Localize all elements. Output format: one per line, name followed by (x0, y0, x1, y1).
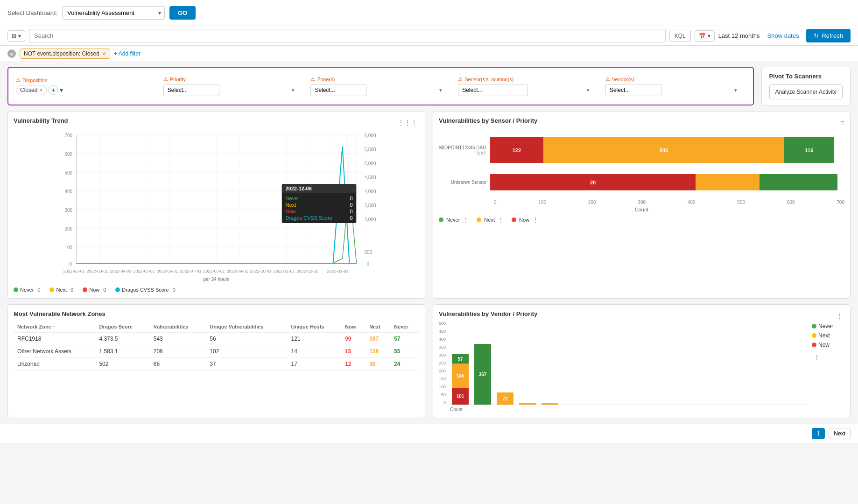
sensors-filter-group: Sensor(s)/Location(s) Select... (458, 76, 598, 96)
sensor-x-500: 500 (737, 200, 745, 205)
sp-next-label: Next (484, 217, 495, 223)
charts-row: Vulnerability Trend ⋮⋮⋮ 700 600 500 400 … (0, 111, 858, 299)
sp-now-label: Now (519, 217, 529, 223)
filter-icon-button[interactable]: ⊘ (7, 49, 16, 58)
col-vuln: Vulnerabilities (150, 321, 206, 333)
cell-never-1: 57 (390, 333, 419, 345)
vl-now-label: Now (818, 342, 830, 348)
sp-next-more[interactable]: ⋮ (498, 216, 504, 224)
calendar-icon: 📅 (699, 33, 706, 39)
go-button[interactable]: GO (169, 6, 196, 20)
refresh-button[interactable]: ↻ Refresh (806, 29, 851, 42)
sp-legend-never: Never ⋮ (439, 216, 469, 224)
sp-now-dot (512, 217, 516, 222)
vulnerability-trend-panel: Vulnerability Trend ⋮⋮⋮ 700 600 500 400 … (7, 111, 425, 299)
cell-next-1: 387 (366, 333, 390, 345)
priority-select[interactable]: Select... (163, 84, 219, 96)
sensor-2-label: Unknown Sensor (439, 180, 490, 185)
y-250: 250 (439, 361, 446, 365)
vendors-filter-group: Vendor(s) Select... (605, 76, 745, 96)
zones-select-container: Select... (310, 84, 445, 96)
sp-never-label: Never (446, 217, 460, 223)
vendors-select-container: Select... (605, 84, 740, 96)
pivot-panel: Pivot To Scanners Analyze Scanner Activi… (761, 67, 851, 105)
disposition-tag: Closed × (16, 85, 47, 95)
disposition-add-button[interactable]: + (49, 85, 58, 95)
vuln-trend-more-button[interactable]: ⋮⋮⋮ (396, 118, 419, 127)
network-zones-table: Network Zone ↑ Dragos Score Vulnerabilit… (14, 321, 419, 371)
svg-text:500: 500 (65, 170, 73, 175)
svg-text:300: 300 (65, 208, 73, 213)
chevron-down-icon: ▾ (18, 33, 21, 39)
sp-never-more[interactable]: ⋮ (463, 216, 469, 224)
y-100: 100 (439, 385, 446, 389)
disposition-clear-button[interactable]: × (39, 87, 42, 93)
sensor-priority-title: Vulnerabilities by Sensor / Priority (439, 117, 537, 124)
search-input[interactable] (29, 29, 666, 42)
sensors-select[interactable]: Select... (458, 84, 528, 96)
now-label: Now (89, 287, 99, 293)
vendor-bar-2: 367 (474, 344, 491, 405)
dashboard-select[interactable]: Vulnerability Assessment (62, 6, 165, 20)
search-filter-button[interactable]: ⊞ ▾ (7, 30, 25, 42)
vendor-chart-inner: 500 450 400 350 300 250 200 150 100 50 0 (439, 321, 808, 405)
search-bar: ⊞ ▾ KQL 📅 ▾ Last 12 months Show dates ↻ … (0, 26, 858, 46)
sensors-label: Sensor(s)/Location(s) (458, 76, 592, 82)
cell-unique-hosts-2: 14 (288, 345, 341, 358)
vendors-select[interactable]: Select... (605, 84, 661, 96)
sensor-row-1: MIDPOINT12345 DAG TEST 122 545 116 (439, 137, 844, 163)
filters-panel: Disposition Closed × + ▾ Priority Select… (7, 67, 754, 105)
cell-next-3: 30 (366, 358, 390, 371)
svg-text:6,000: 6,000 (365, 133, 376, 138)
svg-text:2022-07-01: 2022-07-01 (180, 269, 201, 273)
sp-next-dot (477, 217, 481, 222)
add-filter-button[interactable]: + Add filter (114, 50, 141, 57)
bottom-row: Most Vulnerable Network Zones Network Zo… (0, 304, 858, 418)
zones-select[interactable]: Select... (310, 84, 366, 96)
vuln-trend-chart-container: 700 600 500 400 300 200 100 0 6,000 5,50… (14, 128, 419, 283)
col-now: Now (341, 321, 366, 333)
calendar-button[interactable]: 📅 ▾ (695, 30, 715, 42)
dragos-label: Dragos CVSS Score (122, 287, 169, 293)
svg-text:0: 0 (70, 261, 72, 266)
show-dates-button[interactable]: Show dates (764, 32, 803, 39)
svg-text:700: 700 (65, 133, 73, 138)
sensor-x-300: 300 (638, 200, 646, 205)
cell-dragos-2: 1,583.1 (95, 345, 149, 358)
sp-now-more[interactable]: ⋮ (532, 216, 539, 224)
priority-select-container: Select... (163, 84, 298, 96)
next-label: Next (56, 287, 67, 293)
kql-button[interactable]: KQL (669, 30, 691, 42)
vendor-priority-more[interactable]: ⋮ (834, 311, 844, 321)
table-icon: ⊞ (12, 33, 16, 39)
vendor-bar-3-yellow: 72 (497, 392, 513, 405)
cell-next-2: 138 (366, 345, 390, 358)
top-bar: Select Dashboard: Vulnerability Assessme… (0, 0, 858, 26)
sort-up-arrow[interactable]: ↑ (53, 324, 56, 329)
svg-text:3,000: 3,000 (365, 217, 376, 222)
vendor-bar-4-yellow (519, 403, 536, 405)
dragos-count: 0 (173, 287, 176, 293)
svg-text:4,500: 4,500 (365, 175, 376, 180)
vl-next-label: Next (818, 332, 830, 339)
vendor-priority-title: Vulnerabilities by Vendor / Priority (439, 310, 537, 317)
svg-text:2022-05-01: 2022-05-01 (133, 269, 155, 273)
vuln-trend-title: Vulnerability Trend (14, 117, 68, 124)
sensors-select-container: Select... (458, 84, 592, 96)
dashboard-select-label: Select Dashboard: (7, 9, 57, 16)
vl-next: Next (812, 332, 844, 339)
sensor-x-0: 0 (494, 200, 497, 205)
svg-text:400: 400 (65, 189, 73, 194)
sensor-2-bars: 20 (490, 174, 844, 190)
next-page-button[interactable]: Next (829, 428, 851, 439)
disposition-chevron[interactable]: ▾ (60, 86, 63, 94)
svg-text:0: 0 (367, 261, 370, 266)
analyze-scanner-button[interactable]: Analyze Scanner Activity (769, 84, 843, 99)
sensor-2-red-bar: 20 (490, 174, 696, 190)
vendor-bar-1-red: 101 (452, 388, 469, 405)
cell-unique-vuln-3: 37 (206, 358, 287, 371)
sp-never-dot (439, 217, 443, 222)
filter-close-button[interactable]: × (102, 50, 106, 57)
vendor-legend-more[interactable]: ⋮ (812, 353, 844, 362)
page-1-button[interactable]: 1 (812, 428, 825, 439)
